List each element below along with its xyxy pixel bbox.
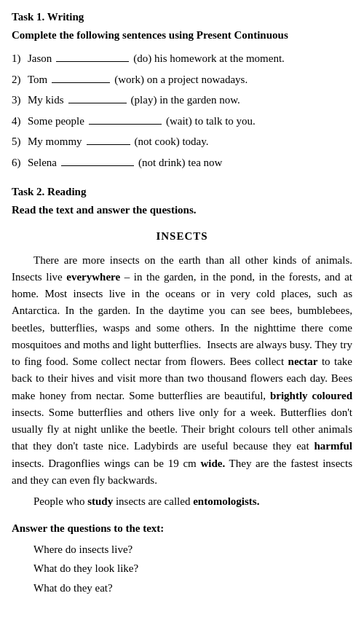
task2-subtitle-text: Read the text and answer the questions. — [12, 204, 196, 216]
bold-wide: wide. — [200, 458, 225, 469]
fill-blank-6[interactable] — [61, 154, 134, 166]
sentence-item-1: 1) Jason (do) his homework at the moment… — [12, 50, 352, 67]
reading-para-2: People who study insects are called ento… — [12, 493, 352, 510]
fill-blank-2[interactable] — [52, 71, 110, 83]
questions-list: Where do insects live? What do they look… — [33, 541, 352, 597]
task1-title: Task 1. Writing — [12, 9, 352, 25]
sentence-hint-6: (not drink) tea now — [138, 154, 222, 171]
sentence-item-6: 6) Selena (not drink) tea now — [12, 154, 352, 171]
sentence-num-5: 5) — [12, 133, 25, 150]
reading-title: INSECTS — [12, 228, 352, 245]
fill-blank-5[interactable] — [87, 133, 130, 145]
reading-para-1: There are more insects on the earth than… — [12, 252, 352, 490]
sentence-hint-5: (not cook) today. — [135, 133, 209, 150]
sentence-num-2: 2) — [12, 71, 25, 88]
task1-section: Task 1. Writing Complete the following s… — [12, 9, 352, 170]
question-item-2: What do they look like? — [33, 560, 352, 577]
sentence-num-3: 3) — [12, 92, 25, 109]
sentence-num-6: 6) — [12, 154, 25, 171]
bold-nectar: nectar — [288, 356, 318, 367]
sentence-subject-2: Tom — [28, 71, 47, 88]
sentence-subject-5: My mommy — [28, 133, 82, 150]
reading-body: There are more insects on the earth than… — [12, 252, 352, 511]
sentence-num-1: 1) — [12, 50, 25, 67]
question-item-3: What do they eat? — [33, 580, 352, 597]
sentence-num-4: 4) — [12, 113, 25, 130]
sentence-list: 1) Jason (do) his homework at the moment… — [12, 50, 352, 170]
fill-blank-1[interactable] — [56, 50, 129, 62]
bold-study: study — [87, 495, 113, 507]
sentence-hint-3: (play) in the garden now. — [131, 92, 240, 109]
sentence-item-4: 4) Some people (wait) to talk to you. — [12, 113, 352, 130]
bold-entomologists: entomologists. — [193, 495, 259, 507]
task1-subtitle: Complete the following sentences using P… — [12, 27, 352, 44]
sentence-item-3: 3) My kids (play) in the garden now. — [12, 92, 352, 109]
sentence-item-2: 2) Tom (work) on a project nowadays. — [12, 71, 352, 88]
sentence-subject-3: My kids — [28, 92, 64, 109]
bold-harmful: harmful — [314, 440, 353, 452]
sentence-hint-4: (wait) to talk to you. — [166, 113, 256, 130]
fill-blank-4[interactable] — [89, 113, 162, 125]
task2-title: Task 2. Reading — [12, 184, 352, 200]
sentence-hint-2: (work) on a project nowadays. — [114, 71, 248, 88]
answers-section: Answer the questions to the text: Where … — [12, 520, 352, 596]
sentence-hint-1: (do) his homework at the moment. — [133, 50, 284, 67]
sentence-subject-4: Some people — [28, 113, 84, 130]
answers-title: Answer the questions to the text: — [12, 520, 352, 537]
question-item-1: Where do insects live? — [33, 541, 352, 558]
fill-blank-3[interactable] — [68, 92, 127, 103]
bold-everywhere: everywhere — [66, 271, 120, 283]
sentence-item-5: 5) My mommy (not cook) today. — [12, 133, 352, 150]
task2-subtitle: Read the text and answer the questions. — [12, 202, 352, 219]
task2-section: Task 2. Reading Read the text and answer… — [12, 184, 352, 596]
sentence-subject-1: Jason — [28, 50, 52, 67]
task1-subtitle-text: Complete the following sentences using P… — [12, 29, 288, 41]
sentence-subject-6: Selena — [28, 154, 57, 171]
bold-brightly: brightly coloured — [270, 390, 352, 401]
